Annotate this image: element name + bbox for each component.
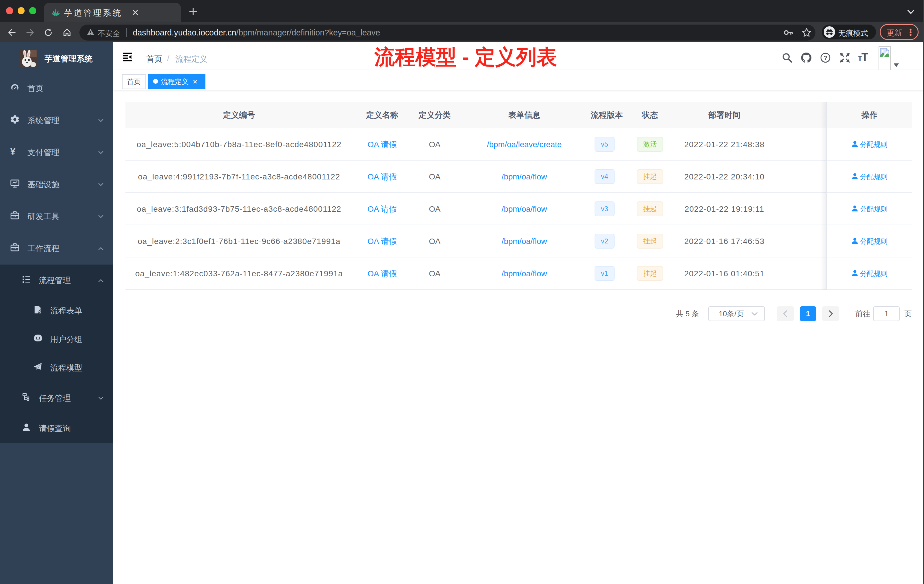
svg-text:?: ? [823,54,827,61]
